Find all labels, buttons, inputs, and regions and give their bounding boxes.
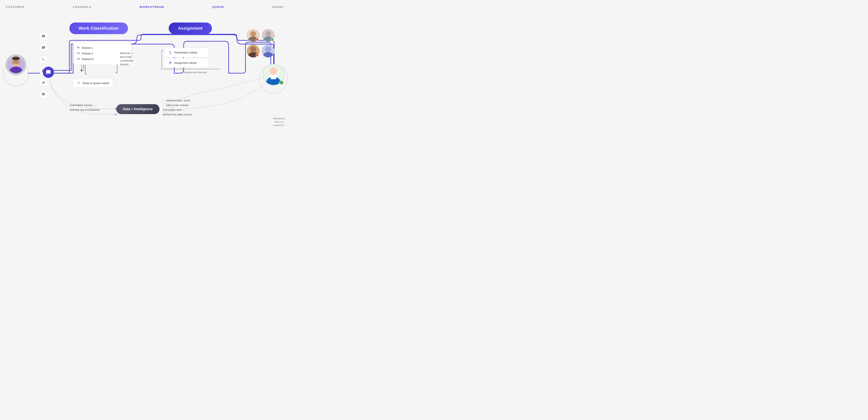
- svg-line-22: [78, 47, 78, 48]
- work-classification-pill[interactable]: Work Classification: [69, 23, 128, 34]
- ml-rules-label: MANUAL +MACHINELEARNINGRULES: [120, 52, 133, 66]
- agent-avatar-2: [262, 29, 275, 42]
- ruleset-1-row: Ruleset 1: [76, 45, 128, 51]
- svg-point-43: [265, 46, 271, 52]
- svg-point-37: [250, 31, 256, 36]
- agent-avatar-4: [262, 45, 275, 57]
- phone-channel-icon: [39, 55, 48, 63]
- header-labels: CUSTOMER CHANNELS WORKSTREAM QUEUE AGENT: [0, 5, 289, 8]
- deeper-relationships-label: DEEPER RELATIONSHIPS: [70, 109, 100, 111]
- svg-point-18: [12, 57, 20, 60]
- svg-line-32: [78, 58, 78, 59]
- agent-status-red-3: [256, 54, 259, 57]
- agent-status-green-2: [271, 38, 274, 41]
- sms-channel-icon: [39, 44, 48, 52]
- ruleset-n-icon: [76, 57, 80, 61]
- svg-line-28: [79, 53, 79, 53]
- workstream-header: WORKSTREAM: [140, 5, 164, 8]
- svg-point-46: [270, 67, 277, 75]
- svg-point-31: [79, 59, 80, 59]
- customer-header: CUSTOMER: [6, 5, 25, 8]
- twitter-channel-icon: [39, 79, 48, 87]
- svg-point-24: [77, 53, 78, 54]
- agent-header: AGENT: [272, 5, 284, 8]
- svg-line-27: [78, 53, 78, 53]
- email-channel-icon: [39, 32, 48, 40]
- svg-point-44: [263, 52, 273, 57]
- channels-header: CHANNELS: [73, 5, 91, 8]
- svg-point-39: [265, 31, 271, 36]
- assignment-ruleset-icon: [168, 61, 172, 65]
- skills-label: SKILLS: [273, 120, 285, 124]
- svg-point-20: [78, 47, 79, 47]
- messenger-channel-icon: [39, 90, 48, 99]
- effective-employees-label: EFFECTIVE EMPLOYEES →: [163, 114, 195, 116]
- svg-line-23: [79, 47, 79, 48]
- svg-point-19: [77, 48, 78, 48]
- svg-point-29: [77, 59, 78, 59]
- agent-second-row: [247, 45, 275, 57]
- customer-signal-label: CUSTOMER SIGNAL →: [70, 104, 96, 106]
- ruleset-2-icon: [76, 52, 80, 55]
- svg-point-25: [78, 52, 79, 53]
- customer-avatar: [6, 54, 26, 75]
- employee-signal-label: ← EMPLOYEE SIGNAL: [163, 104, 189, 106]
- ruleset-2-row: Ruleset 2: [76, 51, 128, 56]
- agent-status-red-1: [256, 38, 259, 41]
- svg-line-33: [79, 58, 79, 59]
- agent-top-row: [247, 29, 275, 42]
- channels-container: [39, 32, 48, 99]
- assignment-method-label: Assignment Method: [184, 71, 207, 74]
- svg-point-41: [250, 46, 256, 52]
- agent-online-status: [279, 80, 284, 85]
- prioritisation-ruleset-box: Prioritisation ruleset: [164, 48, 209, 57]
- capacity-label: CAPACITY: [273, 124, 285, 127]
- ruleset-n-row: Ruleset N: [76, 56, 128, 62]
- queue-header: QUEUE: [212, 5, 224, 8]
- svg-point-30: [78, 58, 79, 58]
- diagram-container: CUSTOMER CHANNELS WORKSTREAM QUEUE AGENT…: [0, 0, 289, 140]
- prioritisation-icon: [168, 51, 172, 54]
- route-to-queue-box: Route to queue ruleset: [73, 79, 113, 87]
- agent-avatar-3: [247, 45, 259, 57]
- efficient-ops-label: EFFICIENT OPS →: [163, 109, 185, 111]
- svg-rect-48: [271, 75, 276, 79]
- operational-data-label: ← OPERATIONAL DATA: [163, 100, 191, 102]
- assignment-ruleset-box: Assignment ruleset: [164, 58, 209, 67]
- svg-point-14: [9, 66, 23, 73]
- main-agent-avatar: [263, 64, 284, 85]
- data-intelligence-pill: Data + Intelligence: [116, 104, 159, 114]
- ruleset-1-icon: [76, 46, 80, 50]
- svg-point-26: [79, 53, 80, 54]
- agent-avatar-1: [247, 29, 259, 42]
- chat-bubble-icon: [43, 66, 54, 78]
- svg-point-21: [79, 48, 80, 48]
- agent-labels: PRESENCE SKILLS CAPACITY: [273, 117, 285, 127]
- presence-label: PRESENCE: [273, 117, 285, 120]
- assignment-pill[interactable]: Assignment: [169, 23, 212, 34]
- route-icon: [77, 81, 81, 85]
